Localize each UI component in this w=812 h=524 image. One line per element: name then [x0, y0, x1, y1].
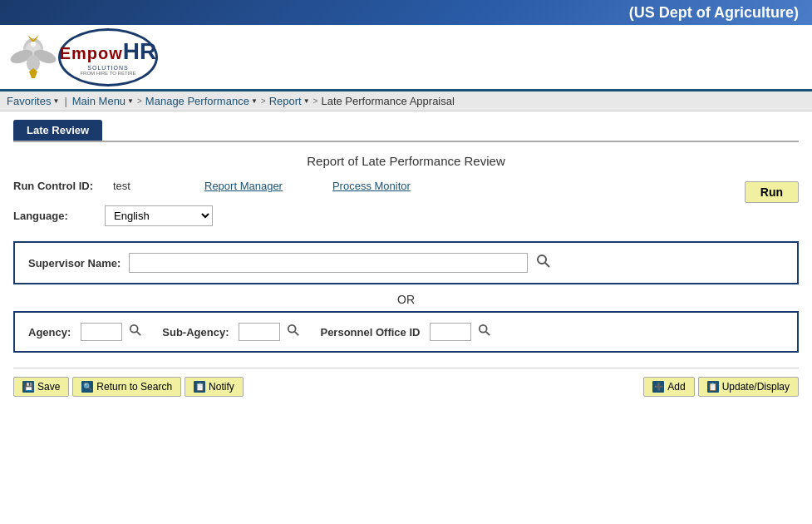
supervisor-input[interactable] — [129, 253, 528, 273]
update-display-button[interactable]: 📋 Update/Display — [698, 377, 799, 397]
page-content: Late Review Report of Late Performance R… — [0, 111, 812, 405]
personnel-office-search-button[interactable] — [478, 324, 491, 340]
report-arrow: ▼ — [303, 97, 310, 105]
notify-icon: 📋 — [194, 381, 205, 393]
sub-agency-search-button[interactable] — [287, 324, 300, 340]
personnel-office-label: Personnel Office ID — [320, 326, 420, 339]
sub-agency-input[interactable] — [239, 323, 280, 341]
personnel-office-input[interactable] — [430, 323, 471, 341]
nav-chevron-1: > — [137, 96, 142, 106]
logo-text: Empow HR SOLUTIONS FROM HIRE TO RETIRE — [58, 28, 158, 87]
or-divider: OR — [13, 293, 799, 306]
return-to-search-button[interactable]: 🔍 Return to Search — [72, 377, 181, 397]
agency-section: Agency: Sub-Agency: Personnel Office ID — [13, 311, 799, 353]
run-button[interactable]: Run — [745, 181, 799, 203]
add-icon: ➕ — [652, 381, 664, 393]
add-button[interactable]: ➕ Add — [643, 377, 694, 397]
svg-line-13 — [295, 332, 298, 335]
language-select[interactable]: English French Spanish — [105, 205, 213, 226]
sub-agency-label: Sub-Agency: — [162, 326, 229, 339]
tab-late-review[interactable]: Late Review — [13, 120, 102, 141]
nav-chevron-2: > — [261, 96, 266, 106]
run-control-left: Run Control ID: test Report Manager Proc… — [13, 180, 411, 238]
svg-line-15 — [486, 332, 490, 335]
agency-label: Agency: — [28, 326, 71, 339]
svg-point-12 — [288, 325, 296, 333]
notify-button[interactable]: 📋 Notify — [185, 377, 244, 397]
bottom-bar: 💾 Save 🔍 Return to Search 📋 Notify ➕ Add… — [13, 368, 799, 397]
svg-line-9 — [545, 263, 549, 267]
nav-main-menu[interactable]: Main Menu ▼ — [72, 95, 134, 107]
breadcrumb: Favorites ▼ | Main Menu ▼ > Manage Perfo… — [0, 91, 812, 111]
supervisor-label: Supervisor Name: — [28, 257, 121, 269]
run-control-value: test — [113, 180, 163, 192]
nav-late-appraisal: Late Performance Appraisal — [321, 95, 454, 107]
svg-point-8 — [538, 255, 546, 264]
update-display-icon: 📋 — [707, 381, 719, 393]
personnel-search-icon — [478, 324, 491, 337]
supervisor-section: Supervisor Name: — [13, 241, 799, 284]
logo-bar: Empow HR SOLUTIONS FROM HIRE TO RETIRE — [0, 25, 812, 91]
run-control-area: Run Control ID: test Report Manager Proc… — [13, 180, 799, 238]
process-monitor-link[interactable]: Process Monitor — [332, 180, 411, 192]
page-title: Report of Late Performance Review — [13, 154, 799, 168]
eagle-icon — [8, 32, 58, 82]
sub-agency-search-icon — [287, 324, 300, 337]
nav-manage-performance[interactable]: Manage Performance ▼ — [145, 95, 258, 107]
logo: Empow HR SOLUTIONS FROM HIRE TO RETIRE — [8, 28, 158, 87]
search-icon — [536, 254, 551, 269]
language-row: Language: English French Spanish — [13, 205, 411, 226]
save-button[interactable]: 💾 Save — [13, 377, 69, 397]
main-menu-arrow: ▼ — [127, 97, 134, 105]
language-label: Language: — [13, 210, 105, 222]
agency-input[interactable] — [81, 323, 122, 341]
svg-point-10 — [130, 325, 138, 333]
tab-underline — [13, 141, 799, 142]
tab-bar: Late Review — [13, 120, 799, 141]
favorites-arrow: ▼ — [52, 97, 59, 105]
run-button-area: Run — [745, 180, 799, 203]
agency-header: (US Dept of Agriculture) — [0, 0, 812, 25]
supervisor-search-button[interactable] — [536, 254, 551, 272]
nav-chevron-3: > — [313, 96, 318, 106]
report-manager-link[interactable]: Report Manager — [204, 180, 283, 192]
save-icon: 💾 — [22, 381, 34, 393]
nav-report[interactable]: Report ▼ — [269, 95, 310, 107]
return-search-icon: 🔍 — [81, 381, 93, 393]
svg-point-3 — [31, 42, 36, 47]
svg-line-11 — [137, 332, 140, 335]
agency-search-icon — [129, 324, 142, 337]
svg-point-14 — [480, 325, 487, 333]
nav-favorites[interactable]: Favorites ▼ — [7, 95, 59, 107]
manage-performance-arrow: ▼ — [251, 97, 258, 105]
agency-search-button[interactable] — [129, 324, 142, 340]
run-control-label: Run Control ID: — [13, 180, 105, 192]
run-control-row: Run Control ID: test Report Manager Proc… — [13, 180, 411, 192]
